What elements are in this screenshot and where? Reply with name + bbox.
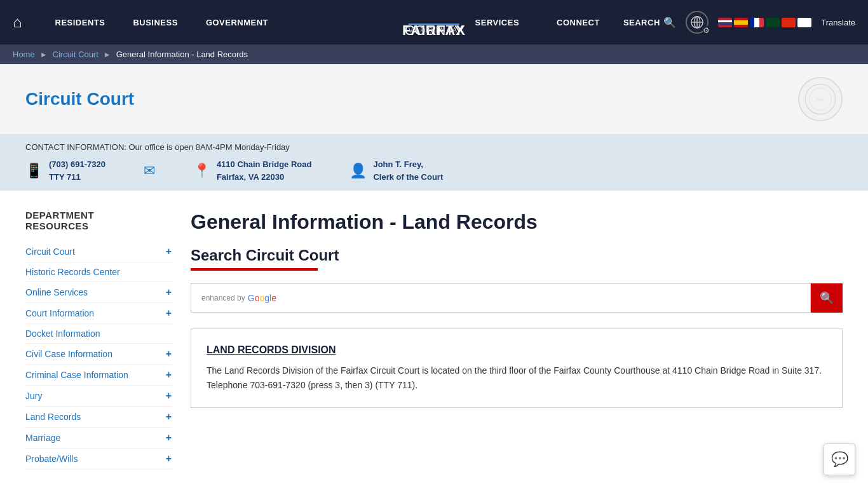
sidebar-item-criminal-case[interactable]: Criminal Case Information + (25, 365, 172, 386)
phone-number[interactable]: (703) 691-7320 (49, 159, 105, 169)
tty-number: TTY 711 (49, 172, 81, 182)
nav-government[interactable]: GOVERNMENT (192, 0, 282, 44)
search-row: enhanced by Google 🔍 (191, 283, 843, 313)
contact-items: 📱 (703) 691-7320 TTY 711 ✉ 📍 4110 Chain … (25, 158, 843, 183)
contact-clerk: 👤 John T. Frey, Clerk of the Court (349, 158, 443, 183)
sidebar-link-docket[interactable]: Docket Information (25, 329, 100, 339)
contact-address: 📍 4110 Chain Bridge Road Fairfax, VA 220… (193, 158, 312, 183)
enhanced-by-label: enhanced by (201, 294, 245, 302)
nav-connect[interactable]: CONNECT (543, 0, 614, 44)
breadcrumb-current: General Information - Land Records (116, 50, 248, 59)
sidebar-plus-6: + (166, 369, 172, 381)
sidebar-link-online-services[interactable]: Online Services (25, 287, 88, 297)
main-content: DEPARTMENTRESOURCES Circuit Court + Hist… (0, 191, 868, 488)
sidebar-item-online-services[interactable]: Online Services + (25, 282, 172, 303)
clerk-name: John T. Frey, (373, 159, 423, 169)
sidebar-item-court-info[interactable]: Court Information + (25, 303, 172, 324)
chat-icon: 💬 (831, 451, 848, 468)
red-underline (191, 268, 318, 271)
google-e: e (271, 293, 276, 303)
sidebar-link-court-info[interactable]: Court Information (25, 308, 94, 318)
logo-virginia: VIRGINIA (409, 24, 459, 34)
search-input[interactable] (281, 293, 800, 303)
flag-fr[interactable] (750, 18, 764, 27)
sidebar-item-marriage[interactable]: Marriage + (25, 428, 172, 449)
sidebar-item-docket[interactable]: Docket Information (25, 324, 172, 344)
google-g: G (248, 293, 255, 303)
sidebar-link-criminal-case[interactable]: Criminal Case Information (25, 370, 128, 380)
search-label: SEARCH (623, 18, 660, 27)
content-title: General Information - Land Records (191, 210, 843, 234)
sidebar-item-probate-wills[interactable]: Probate/Wills + (25, 449, 172, 470)
flag-zh[interactable] (782, 18, 796, 27)
breadcrumb-home[interactable]: Home (13, 50, 35, 59)
contact-bar: CONTACT INFORMATION: Our office is open … (0, 135, 868, 191)
flag-us[interactable] (718, 18, 732, 27)
sidebar-link-probate-wills[interactable]: Probate/Wills (25, 454, 78, 464)
search-submit-icon: 🔍 (820, 291, 834, 305)
search-input-container: enhanced by Google (191, 283, 811, 313)
sidebar-link-historic-records[interactable]: Historic Records Center (25, 267, 120, 277)
breadcrumb-bar: Home ► Circuit Court ► General Informati… (0, 44, 868, 64)
sidebar-link-land-records[interactable]: Land Records (25, 412, 81, 422)
address-line1: 4110 Chain Bridge Road (217, 159, 312, 169)
sidebar-plus-10: + (166, 453, 172, 464)
card-title: LAND RECORDS DIVISION (207, 344, 827, 356)
contact-info-line: CONTACT INFORMATION: Our office is open … (25, 142, 843, 152)
sidebar-section-title: DEPARTMENTRESOURCES (25, 210, 172, 231)
seal-svg: SEAL (804, 83, 836, 115)
svg-text:SEAL: SEAL (817, 98, 825, 102)
sidebar-plus-2: + (166, 287, 172, 298)
search-icon: 🔍 (663, 17, 677, 29)
chat-widget[interactable]: 💬 (824, 444, 855, 475)
globe-icon[interactable]: ⚙ (686, 11, 709, 34)
sidebar-link-civil-case[interactable]: Civil Case Information (25, 349, 112, 359)
nav-links: RESIDENTS BUSINESS GOVERNMENT (41, 0, 461, 44)
globe-svg (690, 15, 704, 29)
card-body: The Land Records Division of the Fairfax… (207, 363, 827, 392)
address-line2: Fairfax, VA 22030 (217, 172, 284, 182)
sidebar-plus-3: + (166, 308, 172, 319)
flag-es[interactable] (734, 18, 748, 27)
email-icon[interactable]: ✉ (144, 163, 155, 179)
sidebar-link-circuit-court[interactable]: Circuit Court (25, 247, 75, 257)
google-g2: g (264, 293, 269, 303)
breadcrumb-sep-2: ► (104, 50, 111, 59)
sidebar-item-civil-case[interactable]: Civil Case Information + (25, 344, 172, 365)
sidebar-plus-7: + (166, 390, 172, 402)
search-submit-button[interactable]: 🔍 (811, 283, 843, 313)
flag-kr[interactable] (797, 18, 811, 27)
location-icon: 📍 (193, 163, 210, 179)
sidebar-link-marriage[interactable]: Marriage (25, 433, 60, 443)
contact-email: ✉ (144, 163, 155, 179)
page-title: Circuit Court (25, 89, 134, 109)
flag-row (718, 18, 811, 27)
sidebar-plus-9: + (166, 432, 172, 444)
flag-pk[interactable] (766, 18, 780, 27)
translate-text[interactable]: Translate (821, 18, 855, 27)
sidebar-link-jury[interactable]: Jury (25, 391, 42, 401)
nav-residents[interactable]: RESIDENTS (41, 0, 119, 44)
content-card: LAND RECORDS DIVISION The Land Records D… (191, 329, 843, 408)
county-seal: SEAL (798, 77, 843, 121)
phone-icon: 📱 (25, 163, 43, 179)
breadcrumb-sep-1: ► (40, 50, 48, 59)
nav-business[interactable]: BUSINESS (119, 0, 191, 44)
sidebar-item-land-records[interactable]: Land Records + (25, 407, 172, 428)
nav-services[interactable]: SERVICES (461, 0, 534, 44)
page-content: General Information - Land Records Searc… (191, 210, 843, 470)
search-button[interactable]: SEARCH 🔍 (623, 17, 676, 29)
sidebar-item-historic-records[interactable]: Historic Records Center (25, 262, 172, 282)
google-logo: Google (248, 293, 276, 303)
top-nav: ⌂ RESIDENTS BUSINESS GOVERNMENT FAIRFAX … (0, 0, 868, 44)
page-header: Circuit Court SEAL (0, 64, 868, 135)
nav-right: SERVICES CONNECT SEARCH 🔍 ⚙ Translate (461, 0, 855, 44)
sidebar-item-jury[interactable]: Jury + (25, 386, 172, 407)
clerk-title: Clerk of the Court (373, 172, 443, 182)
home-icon[interactable]: ⌂ (13, 13, 22, 31)
sidebar-plus-0: + (166, 246, 172, 257)
person-icon: 👤 (349, 163, 367, 179)
breadcrumb-circuit-court[interactable]: Circuit Court (53, 50, 98, 59)
sidebar-item-circuit-court[interactable]: Circuit Court + (25, 241, 172, 262)
contact-phone: 📱 (703) 691-7320 TTY 711 (25, 158, 105, 183)
